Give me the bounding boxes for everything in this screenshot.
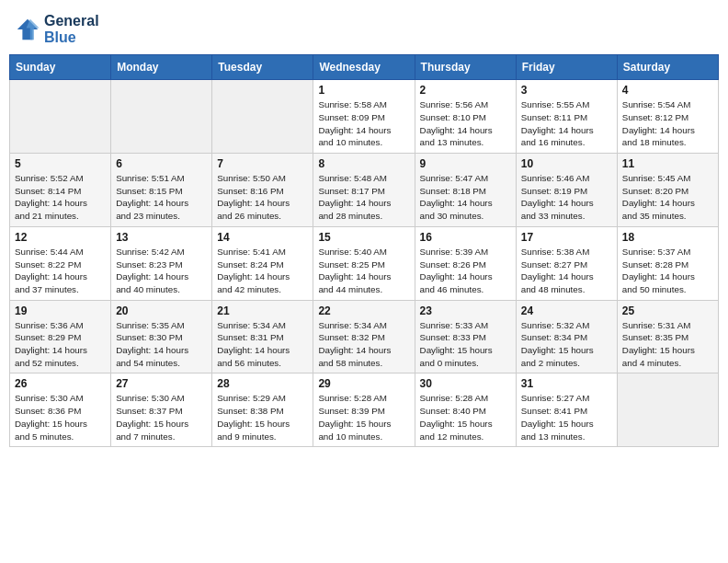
calendar-cell (10, 80, 111, 154)
calendar-cell: 19Sunrise: 5:36 AM Sunset: 8:29 PM Dayli… (10, 300, 111, 373)
day-info: Sunrise: 5:30 AM Sunset: 8:36 PM Dayligh… (15, 392, 106, 442)
day-info: Sunrise: 5:54 AM Sunset: 8:12 PM Dayligh… (622, 98, 713, 149)
calendar-cell: 14Sunrise: 5:41 AM Sunset: 8:24 PM Dayli… (212, 226, 313, 300)
day-header-monday: Monday (111, 55, 212, 80)
day-info: Sunrise: 5:44 AM Sunset: 8:22 PM Dayligh… (15, 246, 106, 296)
day-number: 4 (622, 84, 713, 97)
day-header-friday: Friday (516, 55, 617, 80)
week-row-5: 26Sunrise: 5:30 AM Sunset: 8:36 PM Dayli… (10, 373, 719, 447)
calendar-cell: 16Sunrise: 5:39 AM Sunset: 8:26 PM Dayli… (415, 226, 516, 300)
calendar-cell: 18Sunrise: 5:37 AM Sunset: 8:28 PM Dayli… (617, 226, 718, 300)
day-header-saturday: Saturday (617, 55, 718, 80)
day-number: 8 (318, 157, 409, 170)
calendar-cell: 28Sunrise: 5:29 AM Sunset: 8:38 PM Dayli… (212, 373, 313, 447)
calendar-cell: 7Sunrise: 5:50 AM Sunset: 8:16 PM Daylig… (212, 154, 313, 227)
calendar-cell: 2Sunrise: 5:56 AM Sunset: 8:10 PM Daylig… (415, 80, 516, 154)
week-row-1: 1Sunrise: 5:58 AM Sunset: 8:09 PM Daylig… (10, 80, 719, 154)
calendar-cell: 27Sunrise: 5:30 AM Sunset: 8:37 PM Dayli… (111, 373, 212, 447)
day-number: 23 (420, 304, 511, 317)
day-number: 2 (420, 84, 511, 97)
week-row-2: 5Sunrise: 5:52 AM Sunset: 8:14 PM Daylig… (10, 154, 719, 227)
calendar-cell: 1Sunrise: 5:58 AM Sunset: 8:09 PM Daylig… (313, 80, 415, 154)
calendar-cell: 13Sunrise: 5:42 AM Sunset: 8:23 PM Dayli… (111, 226, 212, 300)
day-number: 9 (420, 157, 511, 170)
logo: General Blue (15, 13, 99, 45)
day-number: 29 (318, 377, 409, 390)
day-info: Sunrise: 5:34 AM Sunset: 8:32 PM Dayligh… (318, 319, 409, 370)
day-number: 15 (318, 231, 409, 244)
days-header-row: SundayMondayTuesdayWednesdayThursdayFrid… (10, 55, 719, 80)
day-header-tuesday: Tuesday (212, 55, 313, 80)
day-number: 10 (521, 157, 612, 170)
day-info: Sunrise: 5:41 AM Sunset: 8:24 PM Dayligh… (217, 246, 308, 296)
calendar-cell: 5Sunrise: 5:52 AM Sunset: 8:14 PM Daylig… (10, 154, 111, 227)
calendar-cell (212, 80, 313, 154)
day-header-wednesday: Wednesday (313, 55, 415, 80)
day-number: 17 (521, 231, 612, 244)
week-row-4: 19Sunrise: 5:36 AM Sunset: 8:29 PM Dayli… (10, 300, 719, 373)
logo-line2: Blue (44, 29, 99, 46)
day-info: Sunrise: 5:39 AM Sunset: 8:26 PM Dayligh… (420, 246, 511, 296)
day-number: 21 (217, 304, 308, 317)
calendar-cell: 8Sunrise: 5:48 AM Sunset: 8:17 PM Daylig… (313, 154, 415, 227)
day-number: 1 (318, 84, 409, 97)
day-info: Sunrise: 5:33 AM Sunset: 8:33 PM Dayligh… (420, 319, 511, 370)
calendar-cell: 24Sunrise: 5:32 AM Sunset: 8:34 PM Dayli… (516, 300, 617, 373)
day-number: 14 (217, 231, 308, 244)
calendar-cell (617, 373, 718, 447)
day-info: Sunrise: 5:27 AM Sunset: 8:41 PM Dayligh… (521, 392, 612, 442)
svg-marker-0 (17, 18, 38, 39)
day-number: 3 (521, 84, 612, 97)
day-info: Sunrise: 5:28 AM Sunset: 8:40 PM Dayligh… (420, 392, 511, 442)
day-number: 27 (116, 377, 207, 390)
day-info: Sunrise: 5:48 AM Sunset: 8:17 PM Dayligh… (318, 172, 409, 223)
calendar-cell: 25Sunrise: 5:31 AM Sunset: 8:35 PM Dayli… (617, 300, 718, 373)
calendar-cell: 22Sunrise: 5:34 AM Sunset: 8:32 PM Dayli… (313, 300, 415, 373)
day-info: Sunrise: 5:56 AM Sunset: 8:10 PM Dayligh… (420, 98, 511, 149)
day-number: 11 (622, 157, 713, 170)
logo-icon (15, 17, 40, 42)
day-header-thursday: Thursday (415, 55, 516, 80)
day-number: 18 (622, 231, 713, 244)
header: General Blue (9, 9, 719, 49)
day-number: 7 (217, 157, 308, 170)
day-info: Sunrise: 5:55 AM Sunset: 8:11 PM Dayligh… (521, 98, 612, 149)
calendar-cell: 3Sunrise: 5:55 AM Sunset: 8:11 PM Daylig… (516, 80, 617, 154)
calendar-cell: 15Sunrise: 5:40 AM Sunset: 8:25 PM Dayli… (313, 226, 415, 300)
calendar-cell: 12Sunrise: 5:44 AM Sunset: 8:22 PM Dayli… (10, 226, 111, 300)
day-info: Sunrise: 5:50 AM Sunset: 8:16 PM Dayligh… (217, 172, 308, 223)
calendar-cell: 21Sunrise: 5:34 AM Sunset: 8:31 PM Dayli… (212, 300, 313, 373)
day-info: Sunrise: 5:38 AM Sunset: 8:27 PM Dayligh… (521, 246, 612, 296)
day-info: Sunrise: 5:35 AM Sunset: 8:30 PM Dayligh… (116, 319, 207, 370)
calendar-cell: 26Sunrise: 5:30 AM Sunset: 8:36 PM Dayli… (10, 373, 111, 447)
calendar-cell: 31Sunrise: 5:27 AM Sunset: 8:41 PM Dayli… (516, 373, 617, 447)
day-header-sunday: Sunday (10, 55, 111, 80)
day-number: 6 (116, 157, 207, 170)
day-number: 12 (15, 231, 106, 244)
day-info: Sunrise: 5:28 AM Sunset: 8:39 PM Dayligh… (318, 392, 409, 442)
day-info: Sunrise: 5:45 AM Sunset: 8:20 PM Dayligh… (622, 172, 713, 223)
day-info: Sunrise: 5:30 AM Sunset: 8:37 PM Dayligh… (116, 392, 207, 442)
calendar-cell (111, 80, 212, 154)
day-info: Sunrise: 5:31 AM Sunset: 8:35 PM Dayligh… (622, 319, 713, 370)
day-info: Sunrise: 5:46 AM Sunset: 8:19 PM Dayligh… (521, 172, 612, 223)
day-info: Sunrise: 5:37 AM Sunset: 8:28 PM Dayligh… (622, 246, 713, 296)
day-info: Sunrise: 5:52 AM Sunset: 8:14 PM Dayligh… (15, 172, 106, 223)
day-info: Sunrise: 5:29 AM Sunset: 8:38 PM Dayligh… (217, 392, 308, 442)
calendar-cell: 20Sunrise: 5:35 AM Sunset: 8:30 PM Dayli… (111, 300, 212, 373)
calendar-cell: 17Sunrise: 5:38 AM Sunset: 8:27 PM Dayli… (516, 226, 617, 300)
day-number: 16 (420, 231, 511, 244)
day-number: 22 (318, 304, 409, 317)
calendar-cell: 29Sunrise: 5:28 AM Sunset: 8:39 PM Dayli… (313, 373, 415, 447)
calendar-cell: 23Sunrise: 5:33 AM Sunset: 8:33 PM Dayli… (415, 300, 516, 373)
calendar-cell: 9Sunrise: 5:47 AM Sunset: 8:18 PM Daylig… (415, 154, 516, 227)
week-row-3: 12Sunrise: 5:44 AM Sunset: 8:22 PM Dayli… (10, 226, 719, 300)
day-info: Sunrise: 5:36 AM Sunset: 8:29 PM Dayligh… (15, 319, 106, 370)
calendar-cell: 4Sunrise: 5:54 AM Sunset: 8:12 PM Daylig… (617, 80, 718, 154)
day-number: 13 (116, 231, 207, 244)
logo-line1: General (44, 13, 99, 29)
calendar-table: SundayMondayTuesdayWednesdayThursdayFrid… (9, 54, 719, 447)
calendar-cell: 6Sunrise: 5:51 AM Sunset: 8:15 PM Daylig… (111, 154, 212, 227)
day-info: Sunrise: 5:34 AM Sunset: 8:31 PM Dayligh… (217, 319, 308, 370)
day-number: 19 (15, 304, 106, 317)
